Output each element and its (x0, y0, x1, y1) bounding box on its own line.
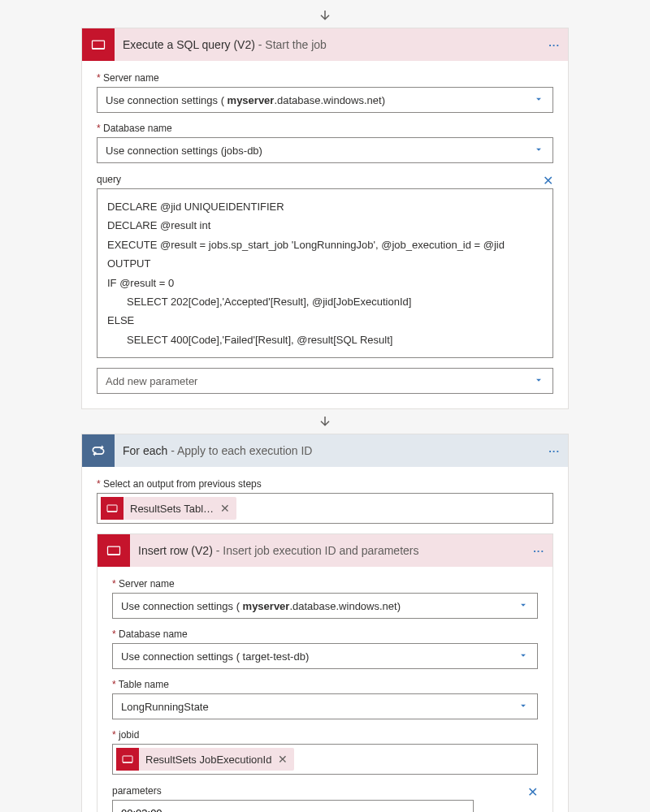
insert-row-header[interactable]: Insert row (V2) - Insert job execution I… (98, 534, 552, 567)
more-menu[interactable]: ··· (533, 545, 544, 557)
svg-rect-3 (107, 511, 117, 512)
table-name-label: Table name (112, 679, 538, 690)
more-menu[interactable]: ··· (548, 39, 560, 51)
table-name-select[interactable]: LongRunningState (112, 693, 538, 719)
sql-icon (98, 534, 130, 567)
chevron-down-icon (518, 650, 529, 663)
flow-arrow (0, 8, 650, 23)
foreach-title: For each - Apply to each execution ID (115, 444, 548, 457)
foreach-card: For each - Apply to each execution ID ··… (81, 434, 569, 812)
sql-query-title: Execute a SQL query (V2) - Start the job (115, 38, 548, 51)
add-parameter-select[interactable]: Add new parameter (97, 368, 553, 394)
parameters-input[interactable] (112, 800, 474, 812)
server-name-select[interactable]: Use connection settings ( myserver.datab… (97, 87, 553, 113)
sql-query-header[interactable]: Execute a SQL query (V2) - Start the job… (82, 28, 568, 61)
chevron-down-icon (533, 374, 544, 388)
sql-icon (101, 497, 124, 520)
insert-row-title: Insert row (V2) - Insert job execution I… (130, 544, 533, 557)
sql-query-card: Execute a SQL query (V2) - Start the job… (81, 28, 569, 409)
database-name-label: Database name (97, 123, 553, 134)
svg-rect-5 (108, 554, 120, 555)
svg-rect-1 (93, 48, 105, 50)
flow-arrow (0, 414, 650, 429)
chevron-down-icon (518, 599, 529, 613)
select-output-label: Select an output from previous steps (97, 478, 553, 490)
svg-rect-2 (107, 505, 117, 512)
database-name-label: Database name (112, 628, 538, 640)
loop-icon (82, 434, 115, 467)
remove-token-icon[interactable]: ✕ (278, 753, 288, 766)
jobexecutionid-token[interactable]: ResultSets JobExecutionId ✕ (116, 748, 294, 771)
database-name-select[interactable]: Use connection settings (jobs-db) (97, 137, 553, 163)
server-name-label: Server name (97, 72, 553, 84)
select-output-input[interactable]: ResultSets Tabl… ✕ (97, 493, 553, 524)
more-menu[interactable]: ··· (548, 445, 560, 457)
resultsets-table-token[interactable]: ResultSets Tabl… ✕ (101, 497, 236, 520)
remove-token-icon[interactable]: ✕ (220, 502, 230, 515)
database-name-select[interactable]: Use connection settings ( target-test-db… (112, 643, 538, 669)
svg-rect-6 (123, 756, 132, 762)
jobid-input[interactable]: ResultSets JobExecutionId ✕ (112, 744, 538, 775)
svg-rect-7 (123, 762, 132, 762)
clear-parameters-icon[interactable]: ✕ (527, 784, 538, 800)
parameters-label: parameters (112, 785, 162, 797)
clear-query-icon[interactable]: ✕ (543, 173, 553, 188)
chevron-down-icon (518, 700, 529, 714)
svg-rect-4 (108, 546, 120, 555)
sql-icon (116, 748, 139, 771)
query-label: query (97, 174, 121, 185)
chevron-down-icon (533, 144, 544, 158)
foreach-header[interactable]: For each - Apply to each execution ID ··… (82, 434, 568, 467)
chevron-down-icon (533, 93, 544, 107)
svg-rect-0 (93, 41, 105, 49)
server-name-select[interactable]: Use connection settings ( myserver.datab… (112, 593, 538, 619)
sql-icon (82, 28, 115, 61)
server-name-label: Server name (112, 578, 538, 590)
query-textarea[interactable]: DECLARE @jid UNIQUEIDENTIFIER DECLARE @r… (97, 188, 553, 358)
jobid-label: jobid (112, 729, 538, 741)
insert-row-card: Insert row (V2) - Insert job execution I… (97, 533, 553, 812)
